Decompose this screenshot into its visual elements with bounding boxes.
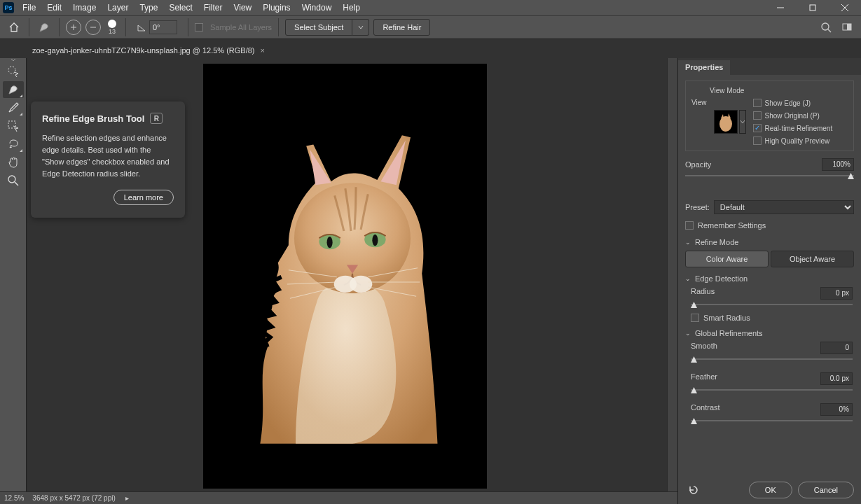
smooth-value[interactable]: 0 [820,342,853,354]
screen-mode-icon[interactable] [839,19,855,36]
titlebar: Ps File Edit Image Layer Type Select Fil… [0,0,861,15]
preset-select[interactable]: Default [714,200,854,214]
vertical-scrollbar[interactable] [667,58,677,504]
maximize-button[interactable] [797,0,829,15]
hq-preview-label: High Quality Preview [765,137,830,145]
feather-label: Feather [691,372,717,385]
close-button[interactable] [829,0,861,15]
menu-help[interactable]: Help [337,0,366,15]
radius-slider[interactable] [691,301,853,308]
refine-edge-brush-tool[interactable] [3,81,24,98]
hand-tool[interactable] [3,154,24,171]
svg-point-18 [326,237,332,248]
object-aware-button[interactable]: Object Aware [771,251,854,267]
reset-icon[interactable] [685,482,702,498]
menu-image[interactable]: Image [67,0,102,15]
hq-preview-checkbox[interactable] [753,136,762,145]
menu-plugins[interactable]: Plugins [257,0,296,15]
document-tab[interactable]: zoe-gayah-jonker-uhnbTZC7N9k-unsplash.jp… [27,41,270,58]
remember-settings-checkbox[interactable] [685,221,694,230]
menu-select[interactable]: Select [163,0,198,15]
menubar: File Edit Image Layer Type Select Filter… [17,0,764,15]
search-icon[interactable] [818,19,834,36]
lasso-tool[interactable] [3,136,24,153]
realtime-refinement-checkbox[interactable] [753,124,762,132]
opacity-value[interactable]: 100% [822,158,854,171]
contrast-slider[interactable] [691,417,853,424]
collapse-toolbar-icon[interactable] [0,58,26,62]
select-subject-dropdown[interactable] [352,19,369,36]
menu-file[interactable]: File [17,0,41,15]
view-thumbnail[interactable] [714,110,738,134]
brush-size-value: 13 [109,28,116,35]
current-tool-icon[interactable] [36,19,53,36]
menu-edit[interactable]: Edit [41,0,67,15]
opacity-label: Opacity [685,160,711,169]
canvas-area[interactable]: Refine Edge Brush Tool R Refine selectio… [27,58,667,504]
view-thumbnail-dropdown[interactable] [739,110,746,134]
angle-input[interactable] [149,20,177,34]
color-aware-button[interactable]: Color Aware [685,251,769,267]
svg-point-7 [822,23,829,30]
contrast-label: Contrast [691,403,720,416]
canvas-image [239,105,452,470]
document-tab-bar: zoe-gayah-jonker-uhnbTZC7N9k-unsplash.jp… [0,38,861,58]
minimize-button[interactable] [764,0,797,15]
menu-window[interactable]: Window [296,0,338,15]
svg-line-14 [15,182,18,186]
app-logo: Ps [0,0,17,15]
add-to-selection-icon[interactable] [66,20,81,35]
ok-button[interactable]: OK [749,482,792,498]
svg-point-19 [372,234,378,246]
options-bar: 13 Sample All Layers Select Subject Refi… [0,15,861,38]
menu-view[interactable]: View [228,0,257,15]
brush-size-indicator[interactable]: 13 [108,20,116,35]
learn-more-button[interactable]: Learn more [113,190,174,205]
home-icon[interactable] [6,19,22,36]
svg-point-13 [8,176,15,183]
feather-slider[interactable] [691,386,853,393]
tooltip-title: Refine Edge Brush Tool [42,113,144,124]
svg-point-29 [719,116,732,132]
doc-dimensions: 3648 px x 5472 px (72 ppi) [32,494,115,502]
quick-select-tool[interactable] [3,63,24,80]
subtract-from-selection-icon[interactable] [85,20,101,35]
smooth-slider[interactable] [691,356,853,363]
refine-hair-button[interactable]: Refine Hair [373,19,430,36]
edge-detection-header[interactable]: ⌄Edge Detection [685,274,854,283]
sample-all-layers-checkbox[interactable] [195,23,203,31]
menu-type[interactable]: Type [134,0,163,15]
angle-icon [137,22,146,32]
object-select-tool[interactable] [3,118,24,134]
smooth-label: Smooth [691,342,717,354]
tooltip-shortcut-key: R [150,113,163,124]
realtime-refinement-label: Real-time Refinement [765,125,833,132]
svg-rect-12 [8,121,15,128]
opacity-slider[interactable] [685,172,854,179]
tooltip-description: Refine selection edges and enhance edge … [42,132,174,180]
feather-value[interactable]: 0.0 px [820,372,853,385]
select-subject-button[interactable]: Select Subject [285,19,352,36]
panel-footer: OK Cancel [685,482,854,498]
view-mode-title: View Mode [691,87,848,94]
show-edge-checkbox[interactable] [753,99,762,107]
smart-radius-checkbox[interactable] [691,314,699,322]
show-original-checkbox[interactable] [753,111,762,120]
radius-label: Radius [691,287,715,300]
close-tab-icon[interactable]: × [260,46,264,55]
refine-mode-header[interactable]: ⌄Refine Mode [685,238,854,246]
brush-tool[interactable] [3,99,24,116]
global-refinements-header[interactable]: ⌄Global Refinements [685,329,854,337]
left-toolbar [0,58,27,504]
menu-layer[interactable]: Layer [102,0,134,15]
zoom-level[interactable]: 12.5% [4,494,24,502]
cancel-button[interactable]: Cancel [798,482,854,498]
zoom-tool[interactable] [3,172,24,189]
contrast-value[interactable]: 0% [820,403,853,416]
status-flyout-icon[interactable]: ▸ [125,494,129,502]
radius-value[interactable]: 0 px [820,287,853,300]
menu-filter[interactable]: Filter [198,0,228,15]
document-canvas[interactable] [203,64,487,489]
properties-panel: Properties View Mode View Show Ed [677,58,861,504]
properties-tab[interactable]: Properties [678,60,730,75]
